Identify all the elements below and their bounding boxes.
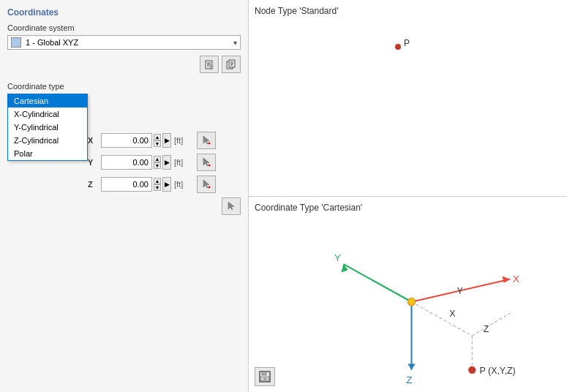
y-spin-down[interactable]: ▼: [154, 162, 161, 169]
z-unit: [ft]: [174, 180, 192, 189]
z-action-btn[interactable]: [197, 176, 216, 193]
svg-line-32: [472, 313, 510, 336]
x-spin-down[interactable]: ▼: [154, 140, 161, 147]
y-spin-up[interactable]: ▲: [154, 156, 161, 162]
coord-type-dropdown-menu: Cartesian X-Cylindrical Y-Cylindrical Z-…: [7, 94, 88, 161]
x-spin-up[interactable]: ▲: [154, 134, 161, 140]
left-panel: Coordinates Coordinate system 1 - Global…: [0, 0, 249, 392]
y-label: Y: [88, 158, 101, 167]
svg-marker-21: [228, 202, 234, 210]
svg-line-22: [343, 264, 411, 302]
dropdown-item-cartesian[interactable]: Cartesian: [8, 94, 87, 108]
coord-type-section: Coordinate type Cartesian ▾ Cartesian X-…: [7, 82, 241, 107]
field-row-y: Y ▲ ▼ ▶ [ft]: [88, 154, 241, 171]
extra-action-btn[interactable]: [222, 197, 241, 215]
section-title: Coordinates: [7, 7, 241, 18]
icon-btn-2[interactable]: [222, 56, 241, 73]
svg-marker-26: [503, 276, 510, 282]
y-spin: ▲ ▼: [154, 156, 161, 169]
x-input[interactable]: [101, 133, 152, 148]
coord-system-arrow-icon: ▾: [233, 39, 237, 47]
x-label: X: [88, 136, 101, 145]
node-type-title: Node Type 'Standard': [255, 6, 561, 16]
coord-system-color: [11, 37, 21, 48]
field-row-z: Z ▲ ▼ ▶ [ft]: [88, 176, 241, 193]
y-arrow-btn[interactable]: ▶: [162, 155, 171, 170]
copy-icon: [226, 59, 236, 69]
field-rows: X ▲ ▼ ▶ [ft] Y ▲ ▼ ▶: [88, 132, 241, 215]
svg-text:Z: Z: [406, 374, 412, 385]
svg-point-38: [468, 366, 476, 373]
y-unit: [ft]: [174, 158, 192, 167]
dropdown-item-z-cylindrical[interactable]: Z-Cylindrical: [8, 134, 87, 147]
node-type-section: Node Type 'Standard' P: [249, 0, 567, 197]
save-btn[interactable]: [255, 367, 275, 386]
svg-point-37: [408, 298, 415, 305]
y-input[interactable]: [101, 155, 152, 170]
z-spin-up[interactable]: ▲: [154, 178, 161, 184]
svg-text:Y: Y: [457, 286, 463, 296]
z-label: Z: [88, 180, 101, 189]
dropdown-item-y-cylindrical[interactable]: Y-Cylindrical: [8, 121, 87, 134]
coord-type-section: Coordinate Type 'Cartesian' Y X Z: [249, 197, 567, 393]
svg-marker-29: [408, 363, 415, 369]
svg-text:X: X: [449, 309, 455, 319]
icon-btn-1[interactable]: [200, 56, 219, 73]
z-input[interactable]: [101, 177, 152, 192]
extra-cursor-icon: [225, 200, 237, 212]
coord-type-label: Coordinate type: [7, 82, 241, 91]
svg-text:Y: Y: [334, 252, 341, 263]
x-cursor-icon: [200, 135, 212, 146]
node-type-value: 'Standard': [299, 6, 338, 16]
x-spin: ▲ ▼: [154, 134, 161, 147]
z-arrow-btn[interactable]: ▶: [162, 177, 171, 192]
coord-system-value: 1 - Global XYZ: [26, 38, 230, 47]
z-cursor-icon: [200, 178, 212, 190]
svg-text:X: X: [513, 273, 519, 284]
x-unit: [ft]: [174, 136, 192, 145]
z-spin-down[interactable]: ▼: [154, 184, 161, 191]
new-icon: [204, 59, 214, 69]
right-panel: Node Type 'Standard' P Coordinate Type '…: [249, 0, 567, 392]
save-icon: [258, 370, 271, 383]
coord-type-value-display: 'Cartesian': [321, 203, 362, 213]
dropdown-item-polar[interactable]: Polar: [8, 147, 87, 160]
dropdown-item-x-cylindrical[interactable]: X-Cylindrical: [8, 108, 87, 121]
axes-svg: Y X Z Y Z X: [263, 219, 560, 385]
x-action-btn[interactable]: [197, 132, 216, 149]
x-arrow-btn[interactable]: ▶: [162, 133, 171, 148]
svg-line-31: [412, 301, 473, 336]
node-dot: [395, 44, 401, 50]
svg-rect-41: [262, 372, 266, 375]
svg-text:P (X,Y,Z): P (X,Y,Z): [480, 365, 516, 375]
bottom-icon-bar: [255, 367, 275, 386]
node-p-label: P: [404, 38, 410, 48]
svg-text:Z: Z: [484, 324, 489, 334]
coord-system-label: Coordinate system: [7, 23, 241, 32]
field-row-x: X ▲ ▼ ▶ [ft]: [88, 132, 241, 149]
coord-system-dropdown[interactable]: 1 - Global XYZ ▾: [7, 35, 241, 50]
y-action-btn[interactable]: [197, 154, 216, 171]
icon-button-row: [7, 56, 241, 73]
coord-type-title: Coordinate Type 'Cartesian': [255, 203, 561, 213]
axes-diagram: Y X Z Y Z X: [263, 219, 560, 385]
y-cursor-icon: [200, 157, 212, 168]
z-spin: ▲ ▼: [154, 178, 161, 191]
